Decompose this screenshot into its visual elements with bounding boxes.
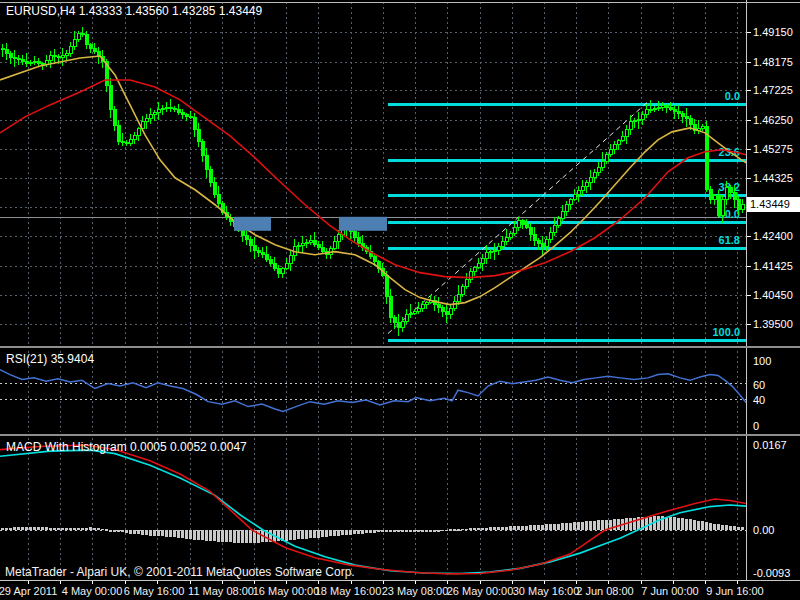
macd-histogram-bar <box>149 530 152 536</box>
rsi-macd-separator[interactable] <box>0 434 800 436</box>
candle-body <box>353 232 356 238</box>
candle-body <box>741 205 744 210</box>
candle-body <box>633 121 636 122</box>
macd-histogram-bar <box>705 522 708 530</box>
trendline[interactable] <box>388 100 650 334</box>
macd-histogram-bar <box>493 527 496 530</box>
macd-histogram-bar <box>81 528 84 530</box>
macd-histogram-bar <box>701 521 704 530</box>
candle-body <box>133 136 136 140</box>
macd-histogram-bar <box>397 530 400 532</box>
macd-histogram-bar <box>577 522 580 530</box>
candle-body <box>505 238 508 242</box>
macd-histogram-bar <box>357 530 360 534</box>
candle-body <box>421 305 424 308</box>
candle-body <box>289 255 292 263</box>
macd-histogram-bar <box>369 530 372 533</box>
candle-body <box>457 294 460 301</box>
macd-histogram-bar <box>337 530 340 536</box>
price-axis-separator <box>746 0 747 580</box>
candle-body <box>717 196 720 216</box>
macd-histogram-bar <box>173 530 176 537</box>
macd-histogram-bar <box>5 528 8 530</box>
macd-histogram-bar <box>177 530 180 538</box>
candle-body <box>549 233 552 240</box>
macd-histogram-bar <box>417 530 420 532</box>
candle-body <box>481 258 484 263</box>
macd-histogram-bar <box>733 526 736 530</box>
candle-body <box>145 118 148 121</box>
macd-histogram-bar <box>85 528 88 530</box>
macd-histogram-bar <box>377 530 380 532</box>
macd-histogram-bar <box>557 524 560 530</box>
time-axis-label: 26 May 00:00 <box>447 585 514 597</box>
macd-histogram-bar <box>429 530 432 532</box>
candle-body <box>65 54 68 56</box>
macd-histogram-bar <box>721 525 724 530</box>
macd-axis-label: -0.0093 <box>753 567 790 579</box>
macd-histogram-bar <box>325 530 328 537</box>
macd-histogram-bar <box>341 530 344 535</box>
macd-histogram-bar <box>405 530 408 532</box>
candle-body <box>273 264 276 269</box>
macd-histogram-bar <box>449 529 452 531</box>
candle-body <box>85 35 88 45</box>
macd-histogram-bar <box>713 524 716 530</box>
time-axis-label: 18 May 16:00 <box>315 585 382 597</box>
candle-body <box>241 231 244 235</box>
macd-histogram-bar <box>533 525 536 530</box>
candle-body <box>177 110 180 112</box>
macd-axis-label: 0.0167 <box>753 439 787 451</box>
macd-histogram-bar <box>657 516 660 530</box>
candle-body <box>609 150 612 155</box>
candle-body <box>33 62 36 63</box>
macd-histogram-bar <box>597 520 600 530</box>
macd-histogram-bar <box>425 530 428 532</box>
candle-body <box>553 226 556 233</box>
macd-histogram-bar <box>581 522 584 530</box>
macd-histogram-bar <box>561 523 564 530</box>
macd-histogram-bar <box>245 530 248 543</box>
macd-histogram-bar <box>105 529 108 531</box>
chart-canvas[interactable]: 0.023.638.250.061.8100.0 <box>0 0 800 600</box>
highlight-zone-rect[interactable] <box>234 217 271 231</box>
time-axis-label: 7 Jun 00:00 <box>641 585 699 597</box>
macd-histogram-bar <box>313 530 316 538</box>
candle-body <box>13 58 16 59</box>
macd-histogram-bar <box>65 528 68 530</box>
candle-body <box>5 50 8 54</box>
candle-body <box>389 297 392 318</box>
candle-body <box>565 205 568 212</box>
candle-body <box>497 246 500 250</box>
macd-histogram-bar <box>681 518 684 530</box>
candle-body <box>405 315 408 321</box>
candle-body <box>309 241 312 242</box>
candle-body <box>125 143 128 144</box>
candle-body <box>333 242 336 248</box>
macd-histogram-bar <box>613 519 616 530</box>
candle-body <box>385 276 388 297</box>
candle-body <box>473 268 476 272</box>
candle-body <box>93 48 96 51</box>
candle-body <box>137 129 140 136</box>
macd-histogram-bar <box>121 530 124 532</box>
macd-histogram-bar <box>21 527 24 530</box>
macd-histogram-bar <box>41 527 44 530</box>
time-axis-label: 23 May 08:00 <box>382 585 449 597</box>
candle-body <box>129 140 132 144</box>
candle-body <box>445 311 448 314</box>
macd-histogram-bar <box>729 526 732 530</box>
macd-histogram-bar <box>489 527 492 530</box>
macd-histogram-bar <box>601 520 604 530</box>
macd-histogram-bar <box>229 530 232 542</box>
main-rsi-separator[interactable] <box>0 346 800 348</box>
time-axis-label: 4 May 00:00 <box>62 585 123 597</box>
candle-body <box>733 193 736 200</box>
fib-level-label: 61.8 <box>719 234 740 246</box>
macd-histogram-bar <box>385 530 388 532</box>
candle-body <box>197 130 200 142</box>
highlight-zone-rect[interactable] <box>339 217 387 231</box>
macd-histogram-bar <box>37 527 40 530</box>
macd-histogram-bar <box>73 528 76 530</box>
macd-histogram-bar <box>725 525 728 530</box>
